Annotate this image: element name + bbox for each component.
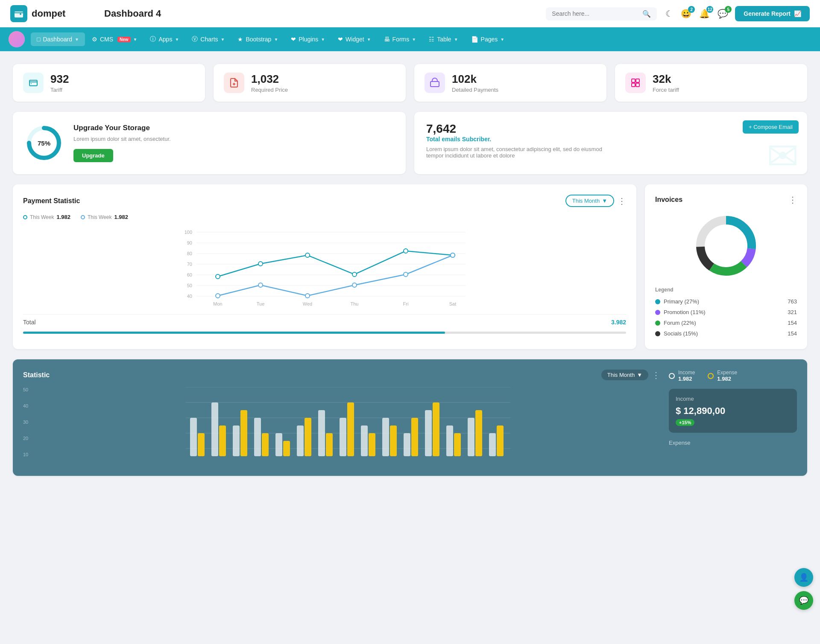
socials-label: Socials (15%) <box>664 330 698 337</box>
nav-item-plugins[interactable]: ❤ Plugins ▼ <box>285 32 331 46</box>
primary-value: 763 <box>788 298 797 305</box>
pages-arrow-icon: ▼ <box>500 37 504 42</box>
bar-yellow-6 <box>305 418 311 456</box>
stat-cards: 932 Tariff 1,032 Required Price 102k Det… <box>13 64 807 102</box>
chat-float-button[interactable]: 💬 <box>794 591 813 610</box>
svg-text:Fri: Fri <box>403 301 409 306</box>
nav-item-dashboard[interactable]: □ Dashboard ▼ <box>31 32 85 46</box>
legend-line-promotion: Promotion (11%) 321 <box>655 307 797 318</box>
bar-yellow-14 <box>475 410 482 456</box>
nav-item-forms[interactable]: 🖶 Forms ▼ <box>378 32 422 46</box>
y-label-40: 40 <box>23 403 28 408</box>
expense-legend-val: 1.982 <box>717 376 737 382</box>
email-description: Lorem ipsum dolor sit amet, consectetur … <box>426 146 606 159</box>
nav-item-widget[interactable]: ❤ Widget ▼ <box>332 32 377 46</box>
promotion-value: 321 <box>788 309 797 315</box>
y-label-50: 50 <box>23 387 28 392</box>
generate-report-button[interactable]: Generate Report 📈 <box>735 6 810 21</box>
income-legend-dot <box>669 373 675 379</box>
nav-item-apps[interactable]: ⓘ Apps ▼ <box>144 32 185 47</box>
svg-point-39 <box>352 283 357 287</box>
statistic-header: Statistic This Month ▼ ⋮ <box>23 370 660 380</box>
moon-icon[interactable]: ☾ <box>665 9 673 19</box>
bar-white-4 <box>254 418 261 456</box>
svg-point-37 <box>258 283 263 287</box>
legend-item-1: This Week 1.982 <box>23 214 70 220</box>
total-value: 3.982 <box>611 319 626 326</box>
payment-filter-label: This Month <box>572 198 600 204</box>
bar-white-10 <box>382 418 389 456</box>
notification-icon[interactable]: 🔔12 <box>699 9 710 19</box>
forum-label: Forum (22%) <box>664 320 696 326</box>
nav-item-plugins-label: Plugins <box>299 36 318 43</box>
payment-more-button[interactable]: ⋮ <box>618 196 626 206</box>
nav-item-table[interactable]: ☷ Table ▼ <box>423 32 464 46</box>
legend-dot-1 <box>23 215 27 219</box>
nav-item-pages[interactable]: 📄 Pages ▼ <box>465 32 511 46</box>
stat-card-tariff: 932 Tariff <box>13 64 205 102</box>
income-box-label: Income <box>676 396 790 402</box>
y-label-20: 20 <box>23 436 28 441</box>
storage-card: 75% Upgrade Your Storage Lorem ipsum dol… <box>13 112 406 174</box>
logo-text: dompet <box>32 8 65 19</box>
svg-text:Mon: Mon <box>213 301 222 306</box>
widget-icon: ❤ <box>338 36 343 43</box>
payments-number: 102k <box>452 73 498 86</box>
expense-legend-dot <box>708 373 714 379</box>
statistic-card: Statistic This Month ▼ ⋮ 50 40 30 20 10 <box>13 359 807 476</box>
svg-text:Thu: Thu <box>351 301 359 306</box>
emoji-icon[interactable]: 😀2 <box>681 9 691 19</box>
message-icon[interactable]: 💬5 <box>718 9 728 19</box>
bar-yellow-5 <box>283 441 290 456</box>
bar-white-9 <box>361 425 368 456</box>
svg-text:70: 70 <box>187 262 192 267</box>
bar-yellow-11 <box>411 418 418 456</box>
compose-email-button[interactable]: + Compose Email <box>743 120 799 134</box>
nav-item-cms-label: CMS <box>100 36 113 43</box>
storage-title: Upgrade Your Storage <box>73 124 171 132</box>
nav-item-cms[interactable]: ⚙ CMS New ▼ <box>86 32 144 46</box>
charts-arrow-icon: ▼ <box>221 37 225 42</box>
svg-point-31 <box>258 262 263 266</box>
apps-icon: ⓘ <box>150 35 156 43</box>
income-legend: Income 1.982 <box>669 370 695 382</box>
statistic-chart-area: 50 40 30 20 10 <box>23 387 660 466</box>
chart-icon: 📈 <box>794 10 801 17</box>
search-input[interactable] <box>552 10 639 17</box>
invoices-legend: Legend Primary (27%) 763 Promotion (11%)… <box>655 287 797 339</box>
socials-dot <box>655 331 660 336</box>
nav: □ Dashboard ▼ ⚙ CMS New ▼ ⓘ Apps ▼ Ⓥ Cha… <box>0 27 820 51</box>
invoices-legend-title: Legend <box>655 287 797 293</box>
statistic-filter-button[interactable]: This Month ▼ <box>601 370 648 380</box>
upgrade-button[interactable]: Upgrade <box>73 149 113 162</box>
force-label: Force tariff <box>653 87 679 93</box>
emoji-badge: 2 <box>688 6 695 13</box>
notification-badge: 12 <box>706 6 713 13</box>
expense-section-label: Expense <box>669 440 797 446</box>
support-float-button[interactable]: 👤 <box>794 568 813 587</box>
invoices-title: Invoices <box>655 196 682 204</box>
dashboard-arrow-icon: ▼ <box>75 37 79 42</box>
invoices-more-button[interactable]: ⋮ <box>788 195 797 205</box>
bar-white-11 <box>404 433 410 456</box>
payment-filter-button[interactable]: This Month ▼ <box>565 195 614 207</box>
forum-dot <box>655 321 660 326</box>
search-icon[interactable]: 🔍 <box>642 10 651 18</box>
bootstrap-arrow-icon: ▼ <box>274 37 278 42</box>
svg-point-40 <box>404 272 408 277</box>
bar-white-15 <box>489 433 496 456</box>
legend-label-1: This Week <box>30 214 54 220</box>
nav-item-charts[interactable]: Ⓥ Charts ▼ <box>186 32 231 47</box>
payment-title: Payment Statistic <box>23 197 80 205</box>
statistic-title: Statistic <box>23 371 50 379</box>
nav-item-bootstrap[interactable]: ★ Bootstrap ▼ <box>231 32 284 46</box>
forms-icon: 🖶 <box>384 36 390 43</box>
force-number: 32k <box>653 73 679 86</box>
bar-white-14 <box>468 418 474 456</box>
socials-value: 154 <box>788 330 797 337</box>
payment-legend: This Week 1.982 This Week 1.982 <box>23 214 626 220</box>
svg-point-30 <box>216 274 220 279</box>
statistic-more-button[interactable]: ⋮ <box>652 370 660 380</box>
income-box: Income $ 12,890,00 +15% <box>669 389 797 433</box>
payment-card: Payment Statistic This Month ▼ ⋮ This We… <box>13 184 636 349</box>
